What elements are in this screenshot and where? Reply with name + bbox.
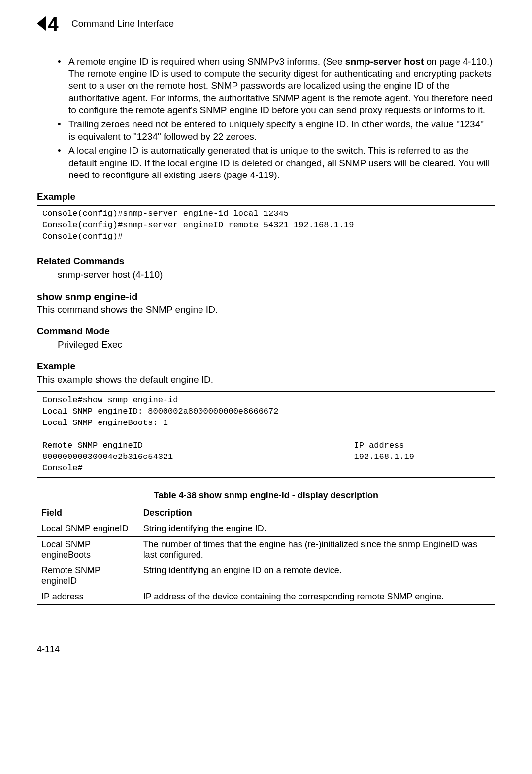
page-number: 4-114 bbox=[37, 644, 495, 655]
description-table: Field Description Local SNMP engineID St… bbox=[37, 505, 495, 605]
table-cell: Local SNMP engineID bbox=[37, 521, 139, 537]
chapter-icon: 4 bbox=[37, 15, 63, 32]
code-block-1: Console(config)#snmp-server engine-id lo… bbox=[37, 205, 495, 246]
command-heading: show snmp engine-id bbox=[37, 291, 495, 303]
related-commands-heading: Related Commands bbox=[37, 256, 495, 267]
bullet-item: A local engine ID is automatically gener… bbox=[58, 145, 493, 181]
code-block-2: Console#show snmp engine-id Local SNMP e… bbox=[37, 391, 495, 478]
chapter-number: 4 bbox=[48, 15, 59, 32]
related-commands-text: snmp-server host (4-110) bbox=[58, 269, 495, 281]
command-description: This command shows the SNMP engine ID. bbox=[37, 304, 495, 316]
table-cell: String identifying the engine ID. bbox=[139, 521, 495, 537]
table-cell: IP address of the device containing the … bbox=[139, 589, 495, 605]
table-cell: IP address bbox=[37, 589, 139, 605]
chapter-title: Command Line Interface bbox=[71, 18, 174, 29]
example2-heading: Example bbox=[37, 361, 495, 372]
table-header-description: Description bbox=[139, 505, 495, 521]
table-body: Local SNMP engineID String identifying t… bbox=[37, 521, 495, 605]
table-cell: The number of times that the engine has … bbox=[139, 537, 495, 563]
table-cell: Remote SNMP engineID bbox=[37, 563, 139, 589]
svg-marker-0 bbox=[37, 16, 46, 31]
bullet-list: A remote engine ID is required when usin… bbox=[58, 56, 493, 181]
table-header-field: Field bbox=[37, 505, 139, 521]
page-header: 4 Command Line Interface bbox=[37, 15, 495, 32]
table-row: Local SNMP engineID String identifying t… bbox=[37, 521, 495, 537]
example-heading: Example bbox=[37, 191, 495, 202]
table-cell: String identifying an engine ID on a rem… bbox=[139, 563, 495, 589]
table-row: Remote SNMP engineID String identifying … bbox=[37, 563, 495, 589]
bullet-item: Trailing zeroes need not be entered to u… bbox=[58, 118, 493, 142]
example2-description: This example shows the default engine ID… bbox=[37, 374, 495, 386]
table-cell: Local SNMP engineBoots bbox=[37, 537, 139, 563]
command-mode-heading: Command Mode bbox=[37, 326, 495, 337]
bullet-item: A remote engine ID is required when usin… bbox=[58, 56, 493, 116]
table-row: IP address IP address of the device cont… bbox=[37, 589, 495, 605]
table-caption: Table 4-38 show snmp engine-id - display… bbox=[37, 491, 495, 501]
command-mode-text: Privileged Exec bbox=[58, 339, 495, 351]
table-row: Local SNMP engineBoots The number of tim… bbox=[37, 537, 495, 563]
